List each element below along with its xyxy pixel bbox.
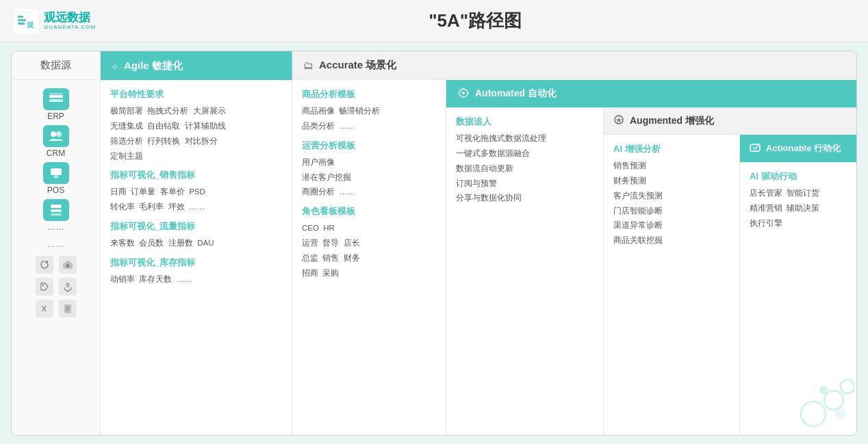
- actionable-title: Actionable 行动化: [766, 142, 841, 155]
- automated-data-block: 数据追人 可视化拖拽式数据流处理 一键式多数据源融合 数据流自动更新 订阅与预警…: [456, 116, 593, 206]
- agile-header: ⬦ Agile 敏捷化: [101, 51, 292, 80]
- agile-title: Agile 敏捷化: [124, 60, 183, 73]
- svg-rect-7: [49, 93, 63, 94]
- datasource-title: 数据源: [40, 59, 71, 72]
- actionable-column: Actionable 行动化 AI 驱动行动 店长管家 智能订货: [740, 135, 856, 435]
- accurate-header: 🗂 Accurate 场景化: [292, 51, 856, 80]
- agile-platform-block: 平台特性要求 极简部署 拖拽式分析 大屏展示 无缝集成 自由钻取 计算辅助线 筛…: [110, 88, 282, 164]
- accurate-ops-block: 运营分析模板 用户画像 潜在客户挖掘 商圈分析 ……: [302, 140, 436, 200]
- svg-rect-10: [51, 168, 62, 175]
- accurate-title: Accurate 场景化: [319, 59, 396, 72]
- agile-platform-title: 平台特性要求: [110, 88, 282, 101]
- sidebar-item-crm: CRM: [43, 125, 69, 158]
- svg-point-16: [45, 261, 48, 263]
- agile-icon: ⬦: [112, 60, 118, 72]
- actionable-icon: [750, 143, 761, 155]
- augmented-column: AI 增强分析 销售预测 财务预测 客户流失预测 门店智能诊断 渠道异常诊断: [604, 135, 740, 435]
- agile-sales-block: 指标可视化_销售指标 日商 订单量 客单价 PSD 转化率 毛利率 坪效 ……: [110, 169, 282, 215]
- logo-en: GUANDATA.COM: [44, 24, 96, 30]
- accurate-product-block: 商品分析模板 商品画像 畅滞销分析 品类分析 ……: [302, 88, 436, 134]
- sidebar-item-other: ……: [43, 199, 69, 232]
- actionable-body: AI 驱动行动 店长管家 智能订货 精准营销 辅助决策 执行引擎: [740, 162, 856, 435]
- sidebar-weibo-icon: [36, 256, 53, 274]
- actionable-header: Actionable 行动化: [740, 135, 856, 162]
- svg-rect-12: [55, 175, 58, 177]
- sidebar-doc-icon: [59, 300, 77, 317]
- page-title: "5A"路径图: [96, 9, 854, 33]
- svg-point-8: [51, 131, 56, 137]
- svg-marker-19: [66, 261, 70, 263]
- agile-traffic-title: 指标可视化_流量指标: [110, 220, 282, 233]
- agile-inventory-title: 指标可视化_库存指标: [110, 257, 282, 269]
- sidebar-item-pos: POS: [43, 162, 69, 195]
- automated-data-title: 数据追人: [456, 116, 593, 128]
- sidebar-mic-icon: [59, 278, 77, 296]
- main-frame: 数据源 ⬦ Agile 敏捷化 🗂 Accurate 场景化: [11, 51, 857, 436]
- augmented-icon: [613, 114, 624, 127]
- agile-column: 平台特性要求 极简部署 拖拽式分析 大屏展示 无缝集成 自由钻取 计算辅助线 筛…: [101, 80, 292, 435]
- svg-point-18: [66, 264, 69, 267]
- sidebar-column: ERP CRM POS: [12, 80, 101, 435]
- sidebar-excel-icon: X: [36, 300, 53, 317]
- actionable-ai-block: AI 驱动行动 店长管家 智能订货 精准营销 辅助决策 执行引擎: [750, 170, 847, 231]
- sidebar-tag-icon: [36, 278, 53, 296]
- svg-text:观: 观: [26, 21, 34, 29]
- svg-rect-1: [18, 16, 23, 18]
- sidebar-camera-icon: [59, 256, 77, 274]
- augmented-header: Augmented 增强化: [604, 107, 856, 135]
- accurate-product-title: 商品分析模板: [302, 88, 436, 101]
- augmented-title: Augmented 增强化: [630, 115, 714, 127]
- logo-icon: 观: [14, 9, 38, 34]
- svg-rect-6: [49, 99, 63, 102]
- automated-column: 数据追人 可视化拖拽式数据流处理 一键式多数据源融合 数据流自动更新 订阅与预警…: [446, 107, 604, 435]
- svg-rect-3: [18, 23, 25, 25]
- svg-rect-15: [51, 213, 62, 216]
- svg-point-20: [42, 285, 43, 286]
- automated-title: Automated 自动化: [475, 88, 557, 100]
- accurate-icon: 🗂: [303, 60, 314, 71]
- svg-rect-2: [18, 19, 26, 21]
- svg-point-9: [56, 131, 62, 137]
- augmented-ai-block: AI 增强分析 销售预测 财务预测 客户流失预测 门店智能诊断 渠道异常诊断: [613, 143, 730, 248]
- logo-cn: 观远数据: [44, 12, 96, 25]
- automated-header: Automated 自动化: [446, 80, 856, 107]
- svg-rect-14: [51, 209, 62, 212]
- augmented-ai-title: AI 增强分析: [613, 143, 730, 155]
- svg-rect-13: [51, 205, 62, 208]
- agile-sales-title: 指标可视化_销售指标: [110, 169, 282, 181]
- automated-icon: [457, 88, 470, 101]
- agile-inventory-block: 指标可视化_库存指标 动销率 库存天数 ……: [110, 257, 282, 287]
- accurate-ops-title: 运营分析模板: [302, 140, 436, 152]
- sidebar-item-erp: ERP: [43, 88, 69, 121]
- actionable-ai-title: AI 驱动行动: [750, 170, 847, 183]
- svg-point-27: [462, 92, 465, 94]
- svg-rect-0: [14, 9, 38, 34]
- accurate-column: 商品分析模板 商品画像 畅滞销分析 品类分析 …… 运营分析模板 用户画像: [292, 80, 446, 435]
- datasource-header: 数据源: [12, 51, 101, 80]
- svg-rect-5: [49, 95, 63, 98]
- sidebar-dots: ……: [47, 239, 65, 249]
- accurate-role-title: 角色看板模板: [302, 205, 436, 218]
- logo: 观 观远数据 GUANDATA.COM: [14, 9, 96, 34]
- agile-traffic-block: 指标可视化_流量指标 来客数 会员数 注册数 DAU: [110, 220, 282, 251]
- svg-rect-21: [66, 283, 69, 287]
- accurate-role-block: 角色看板模板 CEO HR 运营 督导 店长 总监 销售 财务 招商 采购: [302, 205, 436, 280]
